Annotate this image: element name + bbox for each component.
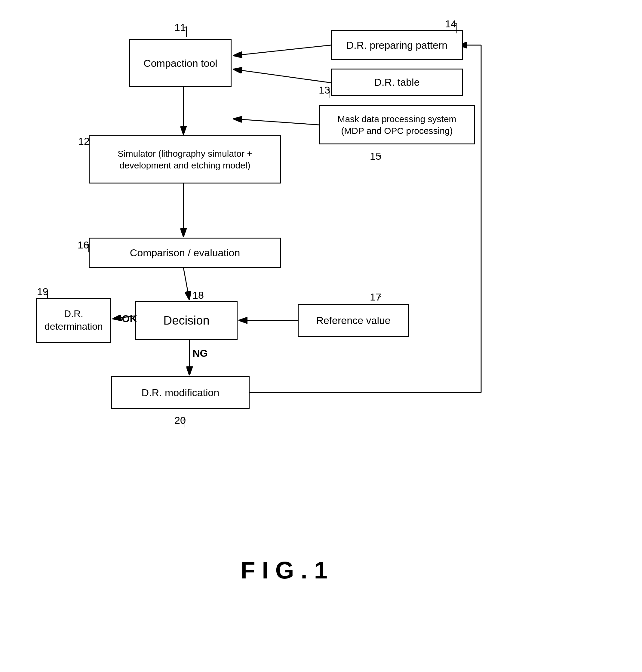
simulator-box: Simulator (lithography simulator +develo… — [89, 135, 281, 183]
mask-data-label: Mask data processing system(MDP and OPC … — [337, 113, 456, 137]
comparison-box: Comparison / evaluation — [89, 238, 281, 268]
reference-value-label: Reference value — [316, 314, 390, 327]
tick-11 — [182, 26, 191, 38]
tick-20 — [180, 419, 190, 428]
decision-box: Decision — [135, 301, 237, 340]
svg-line-24 — [87, 244, 89, 245]
dr-table-label: D.R. table — [374, 76, 420, 89]
svg-line-3 — [233, 119, 319, 125]
dr-preparing-label: D.R. preparing pattern — [346, 38, 447, 52]
tick-13 — [325, 89, 334, 101]
mask-data-box: Mask data processing system(MDP and OPC … — [319, 105, 475, 144]
decision-label: Decision — [163, 313, 209, 328]
reference-value-box: Reference value — [298, 304, 409, 337]
simulator-label: Simulator (lithography simulator +develo… — [118, 148, 252, 171]
tick-12 — [85, 140, 94, 149]
dr-determination-box: D.R.determination — [36, 298, 111, 343]
svg-line-1 — [233, 45, 331, 56]
svg-line-2 — [233, 69, 331, 83]
comparison-label: Comparison / evaluation — [130, 246, 240, 259]
svg-line-16 — [455, 23, 457, 24]
tick-16 — [84, 244, 93, 253]
figure-label: F I G . 1 — [241, 557, 328, 584]
svg-line-28 — [379, 296, 381, 297]
dr-table-box: D.R. table — [331, 68, 463, 96]
compaction-tool-box: Compaction tool — [129, 39, 232, 87]
ng-label: NG — [192, 347, 208, 359]
svg-line-6 — [183, 268, 190, 300]
svg-line-30 — [46, 291, 48, 292]
dr-preparing-box: D.R. preparing pattern — [331, 30, 463, 60]
ok-label: OK — [122, 313, 137, 325]
tick-14 — [452, 23, 461, 35]
svg-line-14 — [184, 26, 187, 28]
dr-determination-label: D.R.determination — [44, 308, 103, 333]
svg-line-22 — [87, 140, 89, 142]
svg-line-18 — [328, 89, 330, 90]
tick-17 — [376, 296, 385, 305]
svg-line-26 — [201, 294, 203, 296]
tick-18 — [198, 294, 207, 303]
tick-19 — [43, 291, 52, 300]
dr-modification-box: D.R. modification — [111, 376, 249, 409]
diagram: Compaction tool 11 D.R. preparing patter… — [0, 0, 642, 672]
tick-15 — [376, 155, 385, 164]
dr-modification-label: D.R. modification — [142, 386, 219, 399]
svg-line-32 — [183, 419, 185, 420]
compaction-tool-label: Compaction tool — [143, 56, 217, 70]
svg-line-20 — [379, 155, 381, 157]
